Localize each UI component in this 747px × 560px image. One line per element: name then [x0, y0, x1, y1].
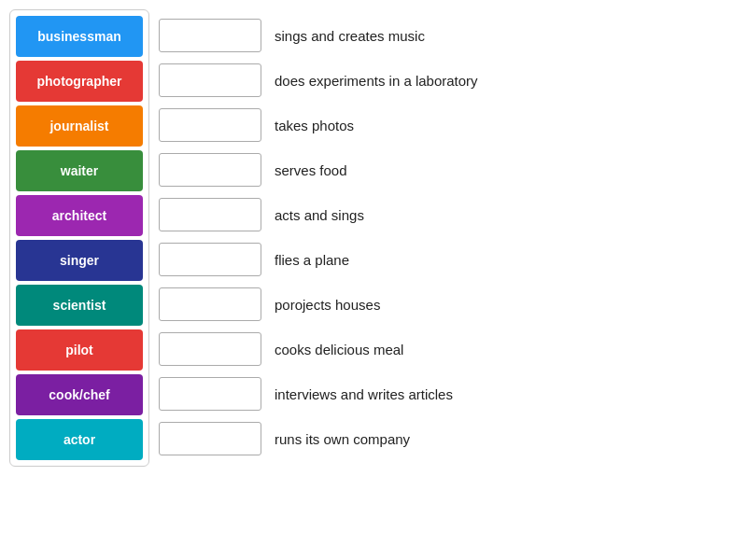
- match-row: flies a plane: [159, 239, 738, 280]
- answer-box-7[interactable]: [159, 332, 261, 366]
- definition-text-2: takes photos: [275, 118, 354, 133]
- word-btn-scientist[interactable]: scientist: [16, 285, 143, 326]
- match-row: porojects houses: [159, 284, 738, 325]
- word-btn-pilot[interactable]: pilot: [16, 329, 143, 371]
- word-btn-journalist[interactable]: journalist: [16, 105, 143, 147]
- match-row: interviews and writes articles: [159, 373, 738, 414]
- word-btn-architect[interactable]: architect: [16, 195, 143, 236]
- match-row: cooks delicious meal: [159, 329, 738, 370]
- main-container: businessmanphotographerjournalistwaitera…: [9, 9, 738, 467]
- match-row: runs its own company: [159, 418, 738, 459]
- answer-box-9[interactable]: [159, 422, 261, 455]
- match-row: acts and sings: [159, 194, 738, 235]
- definition-text-6: porojects houses: [275, 297, 380, 313]
- match-row: takes photos: [159, 105, 738, 146]
- answer-box-1[interactable]: [159, 63, 261, 97]
- words-column: businessmanphotographerjournalistwaitera…: [9, 9, 149, 467]
- definition-text-9: runs its own company: [275, 431, 410, 447]
- word-btn-photographer[interactable]: photographer: [16, 61, 143, 102]
- definition-text-5: flies a plane: [275, 252, 349, 268]
- definition-text-0: sings and creates music: [275, 28, 425, 44]
- answer-box-5[interactable]: [159, 243, 261, 276]
- definitions-column: sings and creates musicdoes experiments …: [159, 9, 738, 467]
- definition-text-4: acts and sings: [275, 207, 364, 223]
- word-btn-cook-chef[interactable]: cook/chef: [16, 374, 143, 415]
- answer-box-4[interactable]: [159, 198, 261, 231]
- definition-text-7: cooks delicious meal: [275, 342, 403, 357]
- match-row: serves food: [159, 149, 738, 190]
- answer-box-0[interactable]: [159, 19, 261, 52]
- answer-box-6[interactable]: [159, 287, 261, 321]
- match-row: does experiments in a laboratory: [159, 60, 738, 101]
- definition-text-3: serves food: [275, 162, 347, 178]
- word-btn-waiter[interactable]: waiter: [16, 150, 143, 191]
- answer-box-3[interactable]: [159, 153, 261, 187]
- match-row: sings and creates music: [159, 15, 738, 56]
- answer-box-2[interactable]: [159, 108, 261, 142]
- word-btn-singer[interactable]: singer: [16, 240, 143, 281]
- definition-text-8: interviews and writes articles: [275, 386, 453, 402]
- definition-text-1: does experiments in a laboratory: [275, 73, 478, 89]
- word-btn-actor[interactable]: actor: [16, 419, 143, 460]
- word-btn-businessman[interactable]: businessman: [16, 16, 143, 57]
- answer-box-8[interactable]: [159, 377, 261, 411]
